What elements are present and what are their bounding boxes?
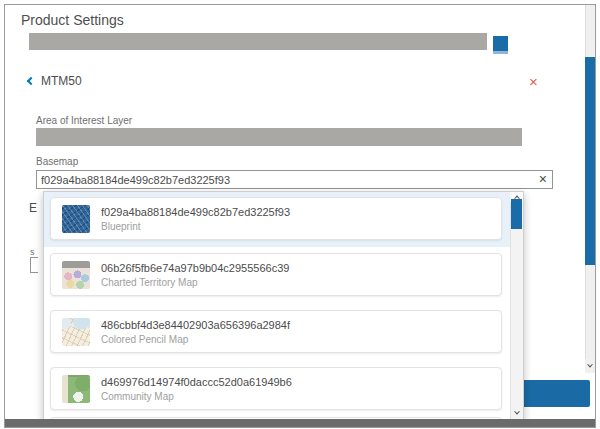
toolbar-placeholder-bar	[29, 33, 487, 50]
area-of-interest-label: Area of Interest Layer	[36, 115, 132, 126]
product-settings-dialog: Product Settings MTM50 × Area of Interes…	[4, 4, 596, 428]
back-button-label: MTM50	[41, 74, 82, 88]
basemap-option-id: 486cbbf4d3e84402903a656396a2984f	[101, 319, 290, 331]
basemap-option-id: 06b26f5fb6e74a97b9b04c2955566c39	[101, 262, 289, 274]
basemap-label: Basemap	[36, 156, 78, 167]
basemap-option-name: Blueprint	[101, 221, 290, 232]
basemap-option-name: Colored Pencil Map	[101, 334, 290, 345]
window-scroll-down-button[interactable]	[585, 359, 595, 373]
clear-input-icon[interactable]: ×	[539, 172, 552, 187]
obscured-label-fragment: E	[29, 201, 37, 215]
chevron-down-icon	[514, 408, 520, 414]
basemap-option-id: f029a4ba88184de499c82b7ed3225f93	[101, 206, 290, 218]
basemap-input-wrap: ×	[36, 170, 553, 189]
basemap-option-name: Community Map	[101, 391, 292, 402]
page-title: Product Settings	[21, 12, 124, 28]
chevron-down-icon	[587, 362, 593, 368]
basemap-dropdown-panel: f029a4ba88184de499c82b7ed3225f93 Bluepri…	[43, 191, 524, 420]
basemap-option-community[interactable]: d469976d14974f0daccc52d0a61949b6 Communi…	[50, 367, 502, 410]
basemap-option-colored-pencil[interactable]: 486cbbf4d3e84402903a656396a2984f Colored…	[50, 310, 502, 353]
basemap-thumbnail-blueprint	[62, 205, 90, 233]
window-scrollbar-thumb[interactable]	[585, 57, 595, 265]
basemap-input[interactable]	[37, 174, 539, 186]
basemap-option-id: d469976d14974f0daccc52d0a61949b6	[101, 376, 292, 388]
screenshot-canvas: Product Settings MTM50 × Area of Interes…	[0, 0, 600, 429]
obscured-label-fragment-2: s	[30, 247, 35, 257]
accent-square-button[interactable]	[493, 36, 508, 54]
close-icon[interactable]: ×	[529, 74, 538, 89]
bottom-edge-bar	[5, 419, 595, 427]
obscured-checkbox-edge	[30, 257, 38, 273]
area-of-interest-field-disabled	[36, 128, 522, 146]
basemap-option-charted-territory[interactable]: 06b26f5fb6e74a97b9b04c2955566c39 Charted…	[50, 253, 502, 296]
basemap-thumbnail-colored-pencil	[62, 318, 90, 346]
basemap-thumbnail-community	[62, 375, 90, 403]
basemap-thumbnail-charted-territory	[62, 261, 90, 289]
dropdown-scroll-down-button[interactable]	[510, 407, 523, 418]
dropdown-scrollbar-thumb[interactable]	[511, 199, 522, 229]
basemap-option-blueprint[interactable]: f029a4ba88184de499c82b7ed3225f93 Bluepri…	[50, 197, 502, 240]
chevron-left-icon	[27, 77, 35, 85]
back-button[interactable]: MTM50	[28, 74, 82, 88]
basemap-option-name: Charted Territory Map	[101, 277, 289, 288]
